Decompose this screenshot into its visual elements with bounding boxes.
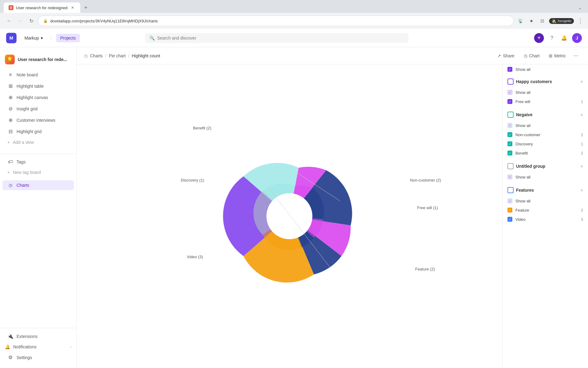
- projects-button[interactable]: Projects: [56, 34, 80, 42]
- add-button[interactable]: +: [534, 33, 544, 43]
- checkbox-check-icon: ✓: [509, 133, 511, 136]
- extension-icon[interactable]: ⊡: [538, 17, 547, 25]
- help-button[interactable]: ?: [548, 34, 556, 42]
- negaive-non-customer-item: ✓ Non-customer 2: [503, 130, 588, 139]
- checkbox-check-icon: ✓: [509, 218, 511, 221]
- search-bar[interactable]: 🔍: [145, 33, 409, 43]
- features-video-count: 3: [581, 217, 583, 222]
- checkbox-check-icon: ✓: [509, 91, 511, 94]
- panel-group-negaive-title: Negaive: [507, 112, 533, 118]
- breadcrumb: ◷ Charts / Pie chart / Highlight count: [84, 53, 491, 58]
- panel-group-untitled-header[interactable]: Untitled group ∧: [503, 160, 588, 172]
- search-icon: 🔍: [149, 36, 155, 40]
- extensions-icon: 🔌: [7, 333, 13, 339]
- features-video-checkbox[interactable]: ✓: [507, 217, 512, 222]
- features-feature-count: 2: [581, 208, 583, 213]
- project-icon: 💡: [5, 55, 15, 64]
- untitled-show-all-checkbox[interactable]: ✓: [507, 174, 512, 179]
- reload-button[interactable]: ↻: [27, 17, 36, 25]
- notification-bell-button[interactable]: 🔔: [560, 34, 568, 42]
- nav-divider: [51, 35, 51, 41]
- new-tag-board-button[interactable]: + New tag board: [2, 167, 74, 177]
- add-view-button[interactable]: + Add a view: [2, 137, 74, 147]
- features-feature-checkbox[interactable]: ✓: [507, 208, 512, 213]
- search-input[interactable]: [157, 36, 404, 40]
- user-avatar[interactable]: J: [572, 33, 582, 43]
- add-view-plus-icon: +: [7, 140, 10, 145]
- breadcrumb-sep-1: /: [105, 53, 106, 58]
- happy-customers-free-will-left: ✓ Free will: [507, 99, 530, 104]
- happy-customers-show-all-checkbox[interactable]: ✓: [507, 90, 512, 95]
- more-actions-button[interactable]: ···: [571, 51, 581, 61]
- negaive-show-all-checkbox[interactable]: ✓: [507, 123, 512, 128]
- bookmark-icon[interactable]: ★: [527, 17, 536, 25]
- panel-group-happy-customers-title: Happy customers: [507, 79, 552, 85]
- negaive-benefit-checkbox[interactable]: ✓: [507, 151, 512, 155]
- sidebar-item-note-board[interactable]: ≡ Note board: [2, 70, 74, 80]
- happy-customers-free-will-checkbox[interactable]: ✓: [507, 99, 512, 104]
- sidebar-item-highlight-table[interactable]: ⊞ Highlight table: [2, 81, 74, 91]
- tab-close-button[interactable]: ✕: [70, 5, 75, 10]
- metric-label: Metric: [554, 53, 566, 58]
- happy-customers-chevron-icon[interactable]: ∧: [580, 79, 583, 84]
- new-tab-button[interactable]: +: [81, 3, 90, 12]
- panel-group-happy-customers-header[interactable]: Happy customers ∧: [503, 75, 588, 88]
- donut-chart: [213, 140, 366, 293]
- panel-group-untitled-title: Untitled group: [507, 163, 545, 169]
- breadcrumb-current: Highlight count: [132, 53, 160, 58]
- sidebar-item-tags[interactable]: 🏷 Tags: [2, 157, 74, 167]
- chart-icon: ◷: [524, 53, 527, 58]
- negaive-discovery-checkbox[interactable]: ✓: [507, 141, 512, 146]
- back-button[interactable]: ←: [5, 17, 13, 25]
- metric-button[interactable]: ⊞ Metric: [545, 51, 570, 60]
- features-show-all-checkbox[interactable]: ✓: [507, 198, 512, 203]
- breadcrumb-charts-link[interactable]: Charts: [90, 53, 103, 58]
- markup-dropdown-button[interactable]: Markup ▾: [21, 34, 46, 42]
- highlight-table-icon: ⊞: [7, 83, 13, 89]
- sidebar-item-highlight-grid[interactable]: ⊟ Highlight grid: [2, 126, 74, 137]
- header-actions: ↗ Share ◷ Chart ⊞ Metric ···: [493, 51, 581, 61]
- note-board-icon: ≡: [7, 72, 13, 78]
- top-show-all-checkbox[interactable]: ✓: [507, 67, 512, 72]
- panel-group-untitled: Untitled group ∧ ✓ Show all: [503, 159, 588, 183]
- checkbox-check-icon: ✓: [509, 209, 511, 212]
- negaive-non-customer-label: Non-customer: [515, 132, 541, 137]
- panel-group-features-header[interactable]: Features ∧: [503, 184, 588, 196]
- sidebar-item-settings[interactable]: ⚙ Settings: [2, 352, 74, 363]
- panel-group-negaive-header[interactable]: Negaive ∧: [503, 109, 588, 121]
- extensions-label: Extensions: [17, 334, 37, 339]
- sidebar-item-insight-grid[interactable]: ⊘ Insight grid: [2, 103, 74, 114]
- share-button[interactable]: ↗ Share: [493, 51, 518, 60]
- active-tab[interactable]: D User research for redesigned ✕: [4, 2, 80, 13]
- sidebar-item-customer-interviews[interactable]: ⊗ Customer interviews: [2, 115, 74, 125]
- notifications-button[interactable]: 🔔 Notifications: [5, 344, 36, 349]
- screen-cast-icon[interactable]: 📡: [516, 17, 525, 25]
- breadcrumb-pie-chart-link[interactable]: Pie chart: [109, 53, 126, 58]
- negaive-benefit-left: ✓ Benefit: [507, 151, 528, 155]
- new-tag-plus-icon: +: [7, 170, 10, 175]
- nav-actions: + ? 🔔 J: [534, 33, 582, 43]
- url-bar[interactable]: 🔒 dovetailapp.com/projects/3KV4yNUq11E8I…: [38, 16, 514, 26]
- sidebar-item-extensions[interactable]: 🔌 Extensions: [2, 331, 74, 342]
- untitled-chevron-icon[interactable]: ∧: [580, 164, 583, 168]
- sidebar-item-charts[interactable]: ◷ Charts: [2, 180, 74, 190]
- browser-menu-button[interactable]: ⋮: [578, 17, 583, 24]
- features-chevron-icon[interactable]: ∧: [580, 188, 583, 192]
- notifications-row: 🔔 Notifications ›: [0, 342, 76, 352]
- panel-group-negaive: Negaive ∧ ✓ Show all: [503, 107, 588, 159]
- negaive-discovery-item: ✓ Discovery 1: [503, 139, 588, 148]
- chart-button[interactable]: ◷ Chart: [520, 51, 544, 60]
- highlight-grid-label: Highlight grid: [17, 129, 42, 134]
- workspace-avatar[interactable]: M: [6, 33, 17, 43]
- forward-button[interactable]: →: [16, 17, 24, 25]
- negaive-chevron-icon[interactable]: ∧: [580, 113, 583, 117]
- svg-point-0: [266, 193, 312, 239]
- tab-title: User research for redesigned: [16, 6, 67, 10]
- notifications-chevron-icon[interactable]: ›: [70, 345, 71, 349]
- content-header: ◷ Charts / Pie chart / Highlight count ↗…: [77, 47, 588, 64]
- sidebar-item-highlight-canvas[interactable]: ⊕ Highlight canvas: [2, 92, 74, 103]
- tab-more-button[interactable]: ⌄: [576, 4, 584, 11]
- chart-label-discovery: Discovery (1): [181, 178, 204, 182]
- negaive-non-customer-checkbox[interactable]: ✓: [507, 132, 512, 137]
- negaive-group-icon: [507, 112, 514, 118]
